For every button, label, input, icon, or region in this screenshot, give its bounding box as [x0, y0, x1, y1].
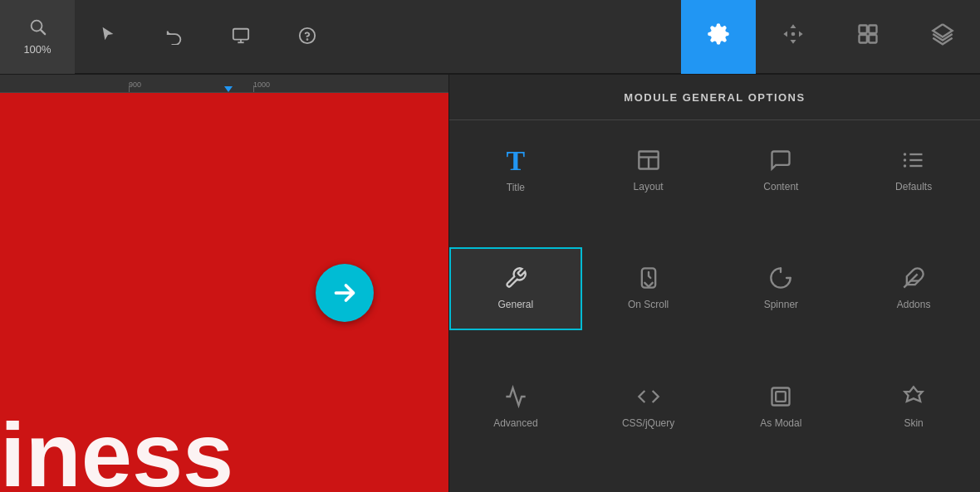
svg-rect-25: [777, 392, 786, 402]
settings-panel-button[interactable]: [681, 0, 756, 74]
panel-label-general: General: [498, 299, 534, 310]
move-icon: [782, 22, 805, 51]
zoom-label: 100%: [23, 43, 51, 56]
panel-label-layout: Layout: [634, 181, 664, 192]
panel-item-layout[interactable]: Layout: [582, 129, 715, 212]
panel-item-advanced[interactable]: Advanced: [449, 365, 582, 448]
undo-icon: [165, 27, 184, 46]
panel-item-defaults[interactable]: Defaults: [847, 129, 980, 212]
select-tool[interactable]: [75, 0, 141, 74]
svg-rect-2: [233, 29, 248, 40]
panel-item-general[interactable]: General: [449, 247, 582, 330]
svg-rect-11: [869, 35, 876, 42]
general-wrench-icon: [504, 266, 527, 292]
monitor-icon: [231, 27, 251, 46]
panel-item-title[interactable]: T Title: [449, 129, 582, 212]
panel-label-css-jquery: CSS/jQuery: [622, 417, 674, 429]
on-scroll-icon: [637, 266, 660, 292]
panel-label-title: Title: [507, 182, 525, 193]
skin-icon: [902, 385, 925, 411]
ruler-arrow: [224, 86, 233, 92]
title-T-icon: T: [507, 147, 526, 175]
ruler: 900 1000: [0, 75, 448, 93]
device-toggle[interactable]: [208, 0, 274, 74]
canvas-text: iness: [0, 409, 233, 492]
content-icon: [769, 149, 792, 174]
canvas-area: 900 1000 iness: [0, 75, 448, 492]
cursor-icon: [99, 25, 117, 48]
defaults-icon: [902, 149, 925, 174]
advanced-icon: [504, 385, 527, 411]
panel-label-content: Content: [763, 181, 798, 192]
panel-item-content[interactable]: Content: [715, 129, 848, 212]
gear-icon: [707, 22, 730, 51]
toolbar: 100%: [0, 0, 980, 75]
panel-item-as-modal[interactable]: As Modal: [715, 365, 848, 448]
panel-item-skin[interactable]: Skin: [847, 365, 980, 448]
toolbar-left: 100%: [0, 0, 681, 74]
svg-point-6: [307, 39, 308, 40]
panel-item-on-scroll[interactable]: On Scroll: [582, 247, 715, 330]
panel-label-addons: Addons: [897, 299, 931, 310]
svg-rect-9: [869, 26, 876, 33]
search-icon: [28, 17, 47, 40]
panel-item-addons[interactable]: Addons: [847, 247, 980, 330]
as-modal-icon: [769, 385, 792, 411]
ruler-mark-900: 900: [129, 80, 141, 89]
toolbar-right: [681, 0, 980, 74]
layers-panel-button[interactable]: [905, 0, 980, 74]
panel-label-on-scroll: On Scroll: [628, 299, 669, 310]
media-panel-button[interactable]: [831, 0, 905, 74]
move-panel-button[interactable]: [756, 0, 831, 74]
ruler-mark-1000: 1000: [253, 80, 270, 89]
media-icon: [856, 22, 880, 51]
svg-point-7: [791, 32, 796, 37]
css-jquery-icon: [637, 385, 660, 411]
panel-header: MODULE GENERAL OPTIONS: [449, 75, 980, 120]
next-arrow-button[interactable]: [316, 264, 374, 322]
main-area: 900 1000 iness MODULE GENERAL OPTIONS T: [0, 75, 980, 492]
panel-label-defaults: Defaults: [895, 181, 932, 192]
panel-grid: T Title Layout C: [449, 120, 980, 492]
help-icon: [298, 27, 316, 46]
zoom-control[interactable]: 100%: [0, 0, 75, 74]
undo-button[interactable]: [141, 0, 208, 74]
svg-rect-10: [860, 35, 867, 42]
layers-icon: [931, 22, 954, 51]
right-panel: MODULE GENERAL OPTIONS T Title Layout: [448, 75, 980, 492]
addons-icon: [902, 266, 925, 292]
panel-item-css-jquery[interactable]: CSS/jQuery: [582, 365, 715, 448]
panel-item-spinner[interactable]: Spinner: [715, 247, 848, 330]
spinner-icon: [769, 266, 792, 292]
panel-label-advanced: Advanced: [493, 417, 537, 429]
panel-title: MODULE GENERAL OPTIONS: [624, 91, 805, 104]
panel-label-spinner: Spinner: [764, 299, 798, 310]
panel-label-skin: Skin: [904, 417, 923, 429]
layout-icon: [637, 149, 660, 174]
panel-label-as-modal: As Modal: [760, 417, 801, 429]
svg-rect-24: [772, 387, 790, 405]
svg-line-1: [41, 30, 45, 34]
svg-rect-8: [860, 26, 867, 33]
help-button[interactable]: [274, 0, 341, 74]
canvas-content[interactable]: iness: [0, 93, 448, 492]
